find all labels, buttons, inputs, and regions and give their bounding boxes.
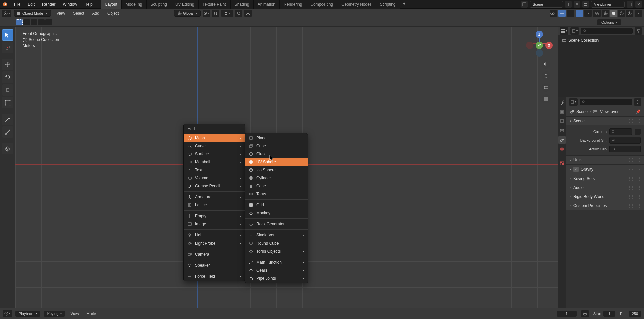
timeline-marker-menu[interactable]: Marker bbox=[84, 310, 101, 317]
add-menu-light-probe[interactable]: Light Probe▸ bbox=[184, 239, 245, 247]
panel-gravity[interactable]: ▸✓Gravity⋮⋮⋮⋮ bbox=[566, 165, 644, 174]
viewport-menu-object[interactable]: Object bbox=[105, 10, 122, 17]
mesh-pipe-joints[interactable]: Pipe Joints▸ bbox=[245, 274, 308, 282]
add-menu-surface[interactable]: Surface▸ bbox=[184, 150, 245, 158]
shading-material[interactable] bbox=[618, 10, 625, 17]
prop-tab-render[interactable] bbox=[558, 108, 566, 116]
workspace-tab-shading[interactable]: Shading bbox=[231, 0, 254, 9]
tool-measure[interactable] bbox=[2, 126, 13, 138]
panel-audio[interactable]: ▸Audio⋮⋮⋮⋮ bbox=[566, 183, 644, 192]
mesh-ico-sphere[interactable]: Ico Sphere bbox=[245, 166, 308, 174]
outliner-scene-collection[interactable]: Scene Collection bbox=[560, 37, 641, 44]
gizmo-axis-x-neg[interactable] bbox=[526, 42, 533, 49]
mesh-grid[interactable]: Grid bbox=[245, 201, 308, 209]
add-menu-empty[interactable]: Empty▸ bbox=[184, 212, 245, 220]
gravity-checkbox[interactable]: ✓ bbox=[573, 167, 579, 172]
add-menu-camera[interactable]: Camera bbox=[184, 250, 245, 258]
select-mode-5[interactable] bbox=[45, 19, 52, 25]
mesh-torus-objects[interactable]: Torus Objects▸ bbox=[245, 247, 308, 255]
workspace-tab-rendering[interactable]: Rendering bbox=[280, 0, 306, 9]
xray-toggle[interactable] bbox=[593, 10, 601, 17]
prop-tab-output[interactable] bbox=[558, 117, 566, 125]
viewlayer-browse-icon[interactable] bbox=[582, 1, 589, 8]
tool-transform[interactable] bbox=[2, 97, 13, 108]
workspace-tab-compositing[interactable]: Compositing bbox=[306, 0, 337, 9]
viewport-menu-add[interactable]: Add bbox=[90, 10, 102, 17]
mesh-monkey[interactable]: Monkey bbox=[245, 209, 308, 217]
tool-rotate[interactable] bbox=[2, 71, 13, 83]
panel-scene-header[interactable]: ▾Scene⋮⋮⋮⋮ bbox=[566, 117, 644, 125]
mesh-plane[interactable]: Plane bbox=[245, 134, 308, 142]
proportional-dropdown[interactable] bbox=[244, 10, 252, 17]
viewport-menu-view[interactable]: View bbox=[54, 10, 68, 17]
workspace-tab-geometry-nodes[interactable]: Geometry Nodes bbox=[337, 0, 376, 9]
outliner-editor-type[interactable]: ▾ bbox=[560, 27, 568, 35]
active-clip-field[interactable] bbox=[609, 146, 641, 152]
delete-viewlayer-icon[interactable]: ✕ bbox=[635, 1, 642, 8]
panel-custom-props[interactable]: ▸Custom Properties⋮⋮⋮⋮ bbox=[566, 201, 644, 210]
gizmo-axis-z[interactable]: Z bbox=[536, 31, 543, 38]
viewport-menu-select[interactable]: Select bbox=[70, 10, 87, 17]
shading-wireframe[interactable] bbox=[602, 10, 609, 17]
auto-keying-toggle[interactable] bbox=[581, 310, 589, 317]
menu-render[interactable]: Render bbox=[39, 1, 59, 8]
menu-window[interactable]: Window bbox=[59, 1, 80, 8]
workspace-tab-texture-paint[interactable]: Texture Paint bbox=[199, 0, 231, 9]
outliner-display-mode[interactable]: ▾ bbox=[570, 27, 579, 35]
prop-tab-world[interactable] bbox=[558, 145, 566, 153]
viewlayer-name-input[interactable] bbox=[591, 1, 625, 8]
mesh-single-vert[interactable]: Single Vert▸ bbox=[245, 231, 308, 239]
timeline-keying-dropdown[interactable]: Keying▾ bbox=[44, 311, 65, 317]
mesh-cube[interactable]: Cube bbox=[245, 142, 308, 150]
add-workspace-button[interactable]: + bbox=[400, 0, 409, 9]
panel-rigid-body[interactable]: ▸Rigid Body World⋮⋮⋮⋮ bbox=[566, 192, 644, 201]
prop-tab-texture[interactable] bbox=[558, 159, 566, 167]
editor-type-dropdown[interactable]: ▾ bbox=[2, 10, 11, 17]
properties-options[interactable]: ⋮ bbox=[634, 98, 641, 106]
outliner-filter[interactable] bbox=[635, 27, 642, 35]
tool-add-primitive[interactable] bbox=[2, 143, 13, 154]
workspace-tab-layout[interactable]: Layout bbox=[101, 0, 122, 9]
perspective-toggle-icon[interactable] bbox=[542, 94, 550, 103]
snap-dropdown[interactable]: ▾ bbox=[221, 10, 233, 17]
mesh-math-function[interactable]: Math Function▸ bbox=[245, 258, 308, 266]
mesh-round-cube[interactable]: Round Cube bbox=[245, 239, 308, 247]
add-menu-lattice[interactable]: Lattice bbox=[184, 201, 245, 209]
camera-field[interactable] bbox=[609, 128, 632, 135]
workspace-tab-sculpting[interactable]: Sculpting bbox=[147, 0, 171, 9]
mesh-gears[interactable]: Gears▸ bbox=[245, 266, 308, 274]
camera-eyedropper-icon[interactable] bbox=[635, 129, 641, 135]
workspace-tab-animation[interactable]: Animation bbox=[254, 0, 280, 9]
options-dropdown[interactable]: Options▾ bbox=[597, 19, 621, 25]
add-menu-speaker[interactable]: Speaker bbox=[184, 261, 245, 269]
add-menu-volume[interactable]: Volume▸ bbox=[184, 174, 245, 182]
add-menu-text[interactable]: a Text bbox=[184, 166, 245, 174]
overlay-toggle[interactable] bbox=[576, 10, 583, 17]
camera-view-icon[interactable] bbox=[542, 83, 550, 92]
mesh-circle[interactable]: Circle bbox=[245, 150, 308, 158]
mesh-cylinder[interactable]: Cylinder bbox=[245, 174, 308, 182]
navigation-gizmo[interactable]: Z X -Y bbox=[528, 32, 551, 55]
select-mode-2[interactable] bbox=[23, 19, 30, 25]
end-frame-field[interactable]: 250 bbox=[629, 311, 641, 317]
pin-icon[interactable]: 📌 bbox=[636, 109, 641, 114]
visibility-dropdown[interactable]: ▾ bbox=[550, 10, 557, 17]
pivot-dropdown[interactable]: ▾ bbox=[203, 10, 210, 17]
add-menu-force-field[interactable]: Force Field▸ bbox=[184, 272, 245, 280]
proportional-toggle[interactable] bbox=[235, 10, 242, 17]
workspace-tab-modeling[interactable]: Modeling bbox=[122, 0, 147, 9]
shading-rendered[interactable] bbox=[626, 10, 633, 17]
timeline-playback-dropdown[interactable]: Playback▾ bbox=[15, 311, 40, 317]
menu-help[interactable]: Help bbox=[81, 1, 96, 8]
properties-search-input[interactable] bbox=[580, 99, 632, 105]
prop-tab-viewlayer[interactable] bbox=[558, 127, 566, 135]
menu-edit[interactable]: Edit bbox=[24, 1, 38, 8]
tool-move[interactable] bbox=[2, 59, 13, 70]
new-scene-icon[interactable]: ◫ bbox=[565, 1, 572, 8]
timeline-editor-type[interactable]: ▾ bbox=[3, 310, 12, 317]
timeline-view-menu[interactable]: View bbox=[68, 310, 81, 317]
workspace-tab-scripting[interactable]: Scripting bbox=[376, 0, 400, 9]
overlay-dropdown[interactable]: ▾ bbox=[584, 10, 592, 17]
mesh-rock-generator[interactable]: Rock Generator bbox=[245, 220, 308, 228]
mesh-torus[interactable]: Torus bbox=[245, 190, 308, 198]
